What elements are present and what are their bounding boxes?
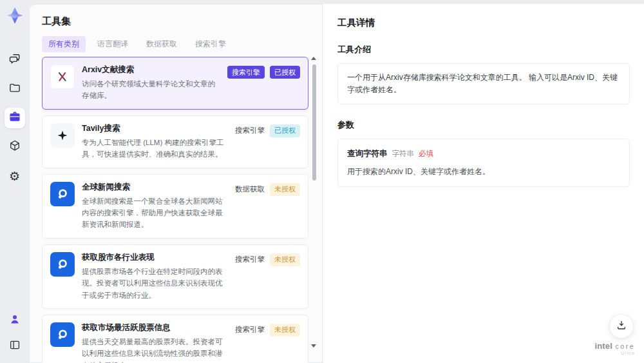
page-title: 工具集 — [42, 15, 309, 28]
auth-status-badge: 已授权 — [270, 66, 300, 79]
tool-name: 获取市场最活跃股票信息 — [82, 322, 228, 333]
tab-data-acquisition[interactable]: 数据获取 — [140, 36, 184, 52]
params-heading: 参数 — [337, 119, 630, 131]
tool-description: 全球新闻搜索是一个聚合全球各大新闻网站内容的搜索引擎，帮助用户快速获取全球最新资… — [82, 195, 228, 231]
category-label: 数据获取 — [235, 183, 265, 196]
user-avatar-icon — [9, 313, 21, 328]
tool-card-arxiv[interactable]: Arxiv文献搜索 访问各个研究领域大量科学论文和文章的存储库。 搜索引擎 已授… — [42, 57, 308, 110]
sidebar-item-settings[interactable]: ⚙ — [5, 166, 25, 186]
sidebar-item-account[interactable] — [5, 310, 25, 331]
intel-wordmark: intel — [594, 341, 612, 351]
tool-card-tavily[interactable]: Tavily搜索 专为人工智能代理 (LLM) 构建的搜索引擎工具，可快速提供实… — [42, 115, 308, 168]
tool-name: 全球新闻搜索 — [82, 182, 228, 193]
scrollbar-thumb[interactable] — [312, 64, 316, 181]
intro-heading: 工具介绍 — [337, 44, 630, 55]
tool-name: Arxiv文献搜索 — [82, 64, 220, 75]
folder-icon — [8, 81, 21, 97]
blue-finance-app-icon — [50, 252, 75, 277]
tools-panel: 工具集 所有类别 语言翻译 数据获取 搜索引擎 Arxiv文献搜索 访问各个研究… — [29, 4, 323, 363]
panel-toggle-icon — [9, 339, 21, 353]
tool-name: Tavily搜索 — [82, 123, 228, 134]
auth-status-badge: 未授权 — [270, 324, 300, 337]
details-title: 工具详情 — [337, 17, 630, 29]
download-button[interactable] — [609, 314, 634, 338]
content-area: 工具集 所有类别 语言翻译 数据获取 搜索引擎 Arxiv文献搜索 访问各个研究… — [29, 4, 644, 363]
gear-icon: ⚙ — [9, 170, 20, 182]
blue-finance-app-icon — [50, 322, 75, 347]
tab-search-engine[interactable]: 搜索引擎 — [189, 36, 232, 52]
category-label: 搜索引擎 — [235, 324, 265, 337]
app-logo — [5, 6, 24, 28]
category-label: 搜索引擎 — [235, 124, 265, 137]
tool-details-panel: 工具详情 工具介绍 一个用于从Arxiv存储库搜索科学论文和文章的工具。 输入可… — [323, 4, 644, 363]
core-wordmark: core — [616, 342, 635, 350]
tool-name: 获取股市各行业表现 — [82, 252, 228, 263]
sidebar-nav: ⚙ — [5, 50, 25, 186]
category-badge: 搜索引擎 — [227, 66, 265, 79]
tool-list: Arxiv文献搜索 访问各个研究领域大量科学论文和文章的存储库。 搜索引擎 已授… — [42, 57, 308, 363]
download-tray-icon — [616, 319, 627, 333]
left-sidebar: ⚙ — [0, 0, 29, 363]
param-name: 查询字符串 — [347, 147, 388, 160]
sidebar-item-collapse[interactable] — [5, 336, 25, 357]
tavily-star-icon — [50, 123, 75, 148]
blue-news-app-icon — [50, 182, 75, 206]
tool-card-sector-performance[interactable]: 获取股市各行业表现 提供股票市场各个行业在特定时间段内的表现。投资者可以利用这些… — [42, 244, 308, 309]
auth-status-badge: 未授权 — [270, 183, 300, 196]
sidebar-item-toolset[interactable] — [5, 108, 25, 128]
tab-language-translation[interactable]: 语言翻译 — [91, 36, 135, 52]
tool-description: 提供股票市场各个行业在特定时间段内的表现。投资者可以利用这些信息来识别表现优于或… — [82, 266, 228, 301]
param-type: 字符串 — [392, 148, 415, 159]
sidebar-item-packages[interactable] — [5, 137, 25, 157]
param-required-flag: 必填 — [419, 148, 433, 159]
briefcase-toolbox-icon — [8, 110, 21, 126]
ultra-wordmark: Ultra — [594, 351, 635, 357]
category-tabs: 所有类别 语言翻译 数据获取 搜索引擎 — [42, 36, 309, 52]
sidebar-item-files[interactable] — [5, 79, 25, 99]
category-label: 搜索引擎 — [235, 253, 265, 266]
param-description: 用于搜索的Arxiv ID、关键字或作者姓名。 — [347, 166, 620, 178]
scrollbar-up-arrow[interactable] — [311, 57, 316, 60]
tool-description: 访问各个研究领域大量科学论文和文章的存储库。 — [82, 78, 220, 102]
arxiv-chi-icon — [50, 64, 75, 89]
intel-core-logo: intel core Ultra — [594, 340, 635, 357]
intro-box: 一个用于从Arxiv存储库搜索科学论文和文章的工具。 输入可以是Arxiv ID… — [337, 63, 630, 104]
chat-icon — [8, 52, 21, 68]
tab-all-categories[interactable]: 所有类别 — [42, 36, 86, 52]
scrollbar-down-arrow[interactable] — [311, 344, 316, 348]
auth-status-badge: 已授权 — [270, 124, 300, 137]
sidebar-bottom — [5, 310, 25, 357]
tool-description: 专为人工智能代理 (LLM) 构建的搜索引擎工具，可快速提供实时、准确和真实的结… — [82, 137, 228, 161]
sidebar-item-chat[interactable] — [5, 50, 25, 70]
tool-card-global-news[interactable]: 全球新闻搜索 全球新闻搜索是一个聚合全球各大新闻网站内容的搜索引擎，帮助用户快速… — [42, 174, 308, 239]
intro-text: 一个用于从Arxiv存储库搜索科学论文和文章的工具。 输入可以是Arxiv ID… — [347, 73, 618, 94]
cube-icon — [8, 139, 21, 155]
tool-card-most-active-stocks[interactable]: 获取市场最活跃股票信息 提供当天交易量最高的股票列表。投资者可以利用这些信息来识… — [42, 315, 308, 363]
param-box: 查询字符串 字符串 必填 用于搜索的Arxiv ID、关键字或作者姓名。 — [337, 139, 630, 186]
auth-status-badge: 未授权 — [270, 253, 300, 266]
tool-description: 提供当天交易量最高的股票列表。投资者可以利用这些信息来识别流动性强的股票和潜在的… — [82, 336, 228, 363]
